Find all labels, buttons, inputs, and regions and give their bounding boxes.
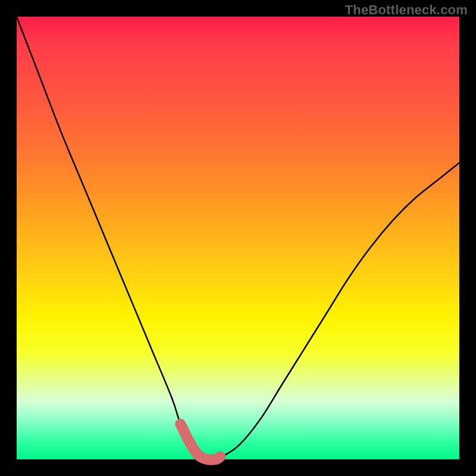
bottleneck-curve [17,17,459,461]
plot-area [17,17,459,459]
bottleneck-highlight [180,424,220,460]
chart-frame: TheBottleneck.com [0,0,476,476]
chart-svg [17,17,459,459]
watermark-text: TheBottleneck.com [345,2,468,18]
